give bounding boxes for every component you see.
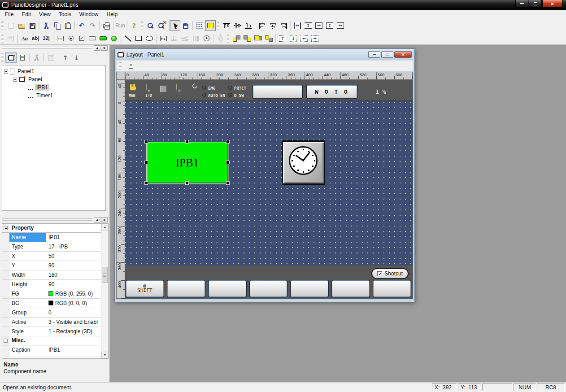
layers-button[interactable] [215,33,226,44]
tree-item-label[interactable]: Panel1 [16,68,35,74]
woto-button[interactable]: W O T O [307,85,357,98]
menu-view[interactable]: View [35,10,55,19]
rectangle-tool-button[interactable] [133,33,144,44]
tree-item-panel1[interactable]: Panel1 [4,67,105,75]
blank-function-button-3[interactable] [250,280,287,297]
radio-tool-button[interactable] [65,33,76,44]
lamp-icon[interactable] [176,83,177,91]
function-key-tool-button[interactable]: F1 [158,33,169,44]
collapse-minus-icon[interactable] [4,226,8,230]
editbox-tool-button[interactable]: ab| [30,33,41,44]
same-size-button[interactable]: ↔ [335,20,346,31]
collapse-expander-icon[interactable] [4,70,8,74]
blank-function-button-4[interactable] [291,280,328,297]
blank-function-button-1[interactable] [167,280,205,297]
space-vertical-button[interactable]: ↕ [303,20,313,31]
same-height-button[interactable]: ↕ [324,20,335,31]
align-bottom-button[interactable] [243,20,253,31]
property-row-active[interactable]: Active 3 - Visible and Enabl [2,318,101,327]
collapse-pane-button[interactable] [94,45,100,51]
table-tool-button[interactable] [169,33,179,44]
blank-device-button[interactable] [253,85,302,98]
collapse-minus-icon[interactable] [4,339,8,343]
shotcut-button[interactable]: Shotcut [372,269,408,279]
property-row-height[interactable]: Height 90 [2,280,101,289]
ellipse-tool-button[interactable] [144,33,155,44]
open-button[interactable] [16,20,27,31]
design-canvas[interactable]: MAN I/O EMG AUTO EN PRTCT [125,80,413,299]
property-row-bg[interactable]: BG RGB (0, 0, 0) [2,299,101,308]
grow-to-grid-right-button[interactable]: → [309,33,320,44]
tree-item-label[interactable]: Panel [27,76,44,83]
blank-function-button-5[interactable] [332,280,370,297]
ipb1-component[interactable]: IPB1 [147,142,228,183]
tree-item-label[interactable]: Timer1 [35,92,54,99]
layout-minimize-button[interactable] [368,51,380,58]
line-tool-button[interactable] [122,33,133,44]
tree-item-ipb1[interactable]: IPB1 [4,83,105,91]
selection-handle-s[interactable] [185,181,189,185]
scroll-up-button[interactable] [101,224,108,231]
emg-indicator[interactable] [202,86,206,90]
lamp-tool-button[interactable] [109,33,119,44]
minimize-button[interactable] [515,0,528,8]
send-to-back-button[interactable] [242,33,253,44]
property-row-name[interactable]: Name IPB1 [2,233,101,242]
property-group-header[interactable]: Property [2,224,101,233]
align-right-button[interactable] [278,20,289,31]
tree-item-label-selected[interactable]: IPB1 [35,84,49,91]
tree-item-panel[interactable]: Panel [4,75,105,83]
zoom-button[interactable] [145,20,156,31]
numeric-tool-button[interactable]: 12| [41,33,52,44]
object-button[interactable] [5,33,16,44]
pan-tool-button[interactable] [180,20,191,31]
property-group-header-misc[interactable]: Misc. [2,336,101,345]
toolbar-gripper[interactable] [227,34,229,43]
label-tool-button[interactable]: Aa [19,33,30,44]
gray-square-button[interactable] [160,86,167,92]
toolbar-gripper[interactable] [217,21,219,30]
maximize-button[interactable] [529,0,542,8]
delete-component-button[interactable] [31,52,42,63]
prtct-indicator[interactable] [228,86,232,90]
close-pane-button[interactable]: x [101,45,108,51]
menu-window[interactable]: Window [75,10,103,19]
io-lamp-icon[interactable] [146,83,147,91]
property-value[interactable]: IPB1 [46,233,101,242]
grid-toggle-button[interactable] [194,20,205,31]
cut-button[interactable] [41,20,52,31]
select-tool-button[interactable] [170,20,180,31]
move-up-button[interactable]: ↑ [60,52,71,63]
move-down-button[interactable]: ↓ [71,52,82,63]
collapse-pane-button[interactable] [94,217,100,222]
align-left-button[interactable] [257,20,267,31]
collapse-expander-icon[interactable] [13,78,17,82]
layout-script-button[interactable] [125,61,136,71]
toolbar-gripper[interactable] [119,62,122,70]
property-pane-gripper[interactable]: x [1,217,109,223]
new-button[interactable] [5,20,16,31]
close-button[interactable]: × [542,0,562,8]
bargraph-tool-button[interactable] [190,33,201,44]
selection-handle-w[interactable] [144,161,148,164]
toolbar-gripper[interactable] [1,21,4,30]
property-row-fg[interactable]: FG RGB (0, 255, 0) [2,289,101,299]
property-row-x[interactable]: X 50 [2,252,101,261]
grow-to-grid-left-button[interactable]: ← [299,33,309,44]
scroll-down-button[interactable] [101,352,108,358]
checkbox-tool-button[interactable]: ✓ [76,33,87,44]
same-width-button[interactable]: ↔ [313,20,324,31]
property-scrollbar[interactable] [101,224,108,358]
grow-to-grid-down-button[interactable]: ↓ [288,33,299,44]
scrollbar-thumb[interactable] [102,267,108,283]
toolbar-gripper[interactable] [1,34,4,43]
send-backward-button[interactable] [263,33,274,44]
green-button-tool-button[interactable] [98,33,109,44]
property-row-type[interactable]: Type 17 - IPB [2,242,101,252]
selection-handle-se[interactable] [226,181,230,185]
timer1-component[interactable] [282,140,325,185]
bring-forward-button[interactable] [253,33,263,44]
close-pane-button[interactable]: x [101,217,108,222]
toolbar-gripper[interactable] [1,53,4,62]
toolbar-gripper[interactable] [141,21,143,30]
